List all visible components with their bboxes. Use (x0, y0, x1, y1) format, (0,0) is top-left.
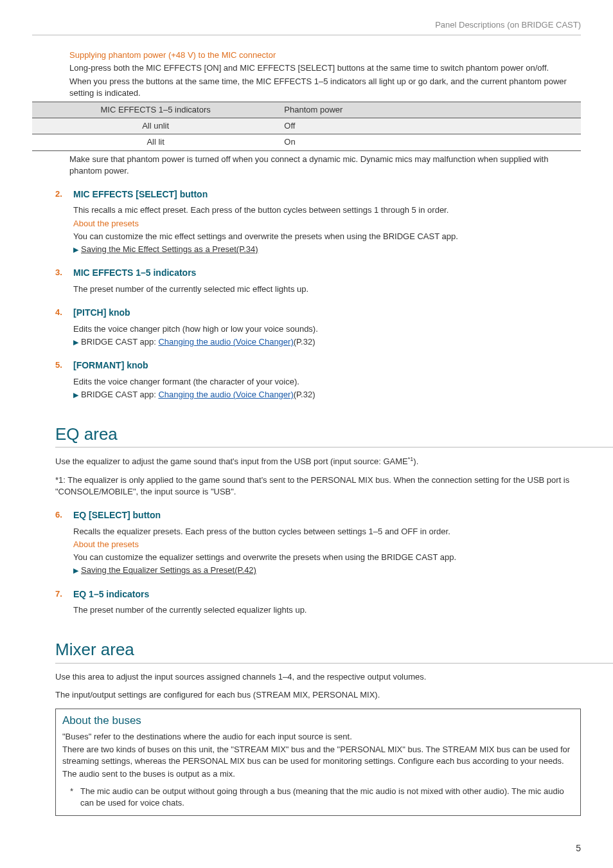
phantom-p1: Long-press both the MIC EFFECTS [ON] and… (69, 62, 581, 74)
phantom-th2: Phantom power (279, 102, 581, 118)
phantom-th1: MIC EFFECTS 1–5 indicators (32, 102, 279, 118)
item-6-p1: Recalls the equalizer presets. Each pres… (73, 526, 581, 538)
item-num: 4. (55, 307, 73, 320)
buses-note-text: The mic audio can be output without goin… (80, 786, 574, 809)
phantom-note: Make sure that phantom power is turned o… (69, 154, 581, 177)
arrow-icon: ▶ (73, 391, 78, 399)
item-5: 5. [FORMANT] knob (55, 359, 581, 372)
item-6-link-row: ▶Saving the Equalizer Settings as a Pres… (73, 565, 581, 576)
item-2-p1: This recalls a mic effect preset. Each p… (73, 204, 581, 216)
item-2: 2. MIC EFFECTS [SELECT] button (55, 188, 581, 201)
item-5-link-row: ▶BRIDGE CAST app: Changing the audio (Vo… (73, 389, 581, 401)
buses-p2: There are two kinds of buses on this uni… (62, 744, 574, 767)
eq-p1a: Use the equalizer to adjust the game sou… (55, 457, 408, 467)
item-4-p1: Edits the voice changer pitch (how high … (73, 323, 581, 335)
saving-eq-preset-link[interactable]: Saving the Equalizer Settings as a Prese… (81, 565, 256, 575)
page-header: Panel Descriptions (on BRIDGE CAST) (32, 19, 581, 35)
item-5-post: (P.32) (294, 390, 315, 399)
about-presets: About the presets (73, 218, 581, 230)
arrow-icon: ▶ (73, 566, 78, 574)
table-row: All unlit Off (32, 118, 581, 134)
item-num: 3. (55, 267, 73, 280)
item-3-p1: The preset number of the currently selec… (73, 284, 581, 295)
item-num: 6. (55, 509, 73, 522)
voice-changer-link[interactable]: Changing the audio (Voice Changer) (158, 390, 293, 399)
eq-p1b: ). (413, 457, 418, 467)
mixer-p1: Use this area to adjust the input source… (55, 671, 581, 683)
item-title: MIC EFFECTS [SELECT] button (73, 188, 208, 201)
voice-changer-link[interactable]: Changing the audio (Voice Changer) (158, 337, 293, 347)
item-title: EQ 1–5 indicators (73, 588, 149, 601)
item-7: 7. EQ 1–5 indicators (55, 588, 581, 601)
item-2-link-row: ▶Saving the Mic Effect Settings as a Pre… (73, 244, 581, 255)
item-title: [PITCH] knob (73, 307, 130, 320)
phantom-r1c1: All unlit (32, 118, 279, 134)
mixer-area-heading: Mixer area (55, 638, 613, 663)
item-5-pre: BRIDGE CAST app: (81, 390, 158, 399)
item-4-post: (P.32) (294, 337, 315, 347)
about-presets: About the presets (73, 539, 581, 550)
phantom-heading: Supplying phantom power (+48 V) to the M… (69, 50, 581, 61)
arrow-icon: ▶ (73, 338, 78, 346)
item-title: MIC EFFECTS 1–5 indicators (73, 267, 196, 280)
item-4-body: Edits the voice changer pitch (how high … (73, 323, 581, 348)
eq-p2: *1: The equalizer is only applied to the… (55, 475, 581, 498)
item-4-pre: BRIDGE CAST app: (81, 337, 158, 347)
buses-note: * The mic audio can be output without go… (70, 786, 574, 809)
item-num: 5. (55, 359, 73, 372)
item-2-p2: You can customize the mic effect setting… (73, 231, 581, 242)
buses-p1: "Buses" refer to the destinations where … (62, 731, 574, 743)
arrow-icon: ▶ (73, 246, 78, 253)
item-7-body: The preset number of the currently selec… (73, 604, 581, 616)
phantom-table: MIC EFFECTS 1–5 indicators Phantom power… (32, 102, 581, 151)
item-6: 6. EQ [SELECT] button (55, 509, 581, 522)
mixer-p2: The input/output settings are configured… (55, 689, 581, 701)
item-5-body: Edits the voice changer formant (the cha… (73, 376, 581, 401)
table-row: All lit On (32, 134, 581, 150)
item-2-body: This recalls a mic effect preset. Each p… (73, 204, 581, 255)
item-3-body: The preset number of the currently selec… (73, 284, 581, 295)
phantom-r2c1: All lit (32, 134, 279, 150)
item-title: [FORMANT] knob (73, 359, 148, 372)
item-4-link-row: ▶BRIDGE CAST app: Changing the audio (Vo… (73, 336, 581, 348)
breadcrumb: Panel Descriptions (on BRIDGE CAST) (435, 20, 581, 30)
item-6-body: Recalls the equalizer presets. Each pres… (73, 526, 581, 577)
item-title: EQ [SELECT] button (73, 509, 161, 522)
phantom-r2c2: On (279, 134, 581, 150)
item-num: 7. (55, 588, 73, 601)
item-num: 2. (55, 188, 73, 201)
buses-p3: The audio sent to the buses is output as… (62, 768, 574, 780)
eq-area-heading: EQ area (55, 422, 613, 448)
phantom-r1c2: Off (279, 118, 581, 134)
about-buses-box: About the buses "Buses" refer to the des… (55, 709, 581, 816)
phantom-section: Supplying phantom power (+48 V) to the M… (69, 50, 581, 99)
item-7-p1: The preset number of the currently selec… (73, 604, 581, 616)
item-6-p2: You can customize the equalizer settings… (73, 552, 581, 563)
item-5-p1: Edits the voice changer formant (the cha… (73, 376, 581, 388)
asterisk: * (70, 786, 80, 809)
item-3: 3. MIC EFFECTS 1–5 indicators (55, 267, 581, 280)
phantom-p2: When you press the buttons at the same t… (69, 76, 581, 99)
saving-mic-preset-link[interactable]: Saving the Mic Effect Settings as a Pres… (81, 244, 258, 254)
page-number: 5 (576, 842, 581, 855)
item-4: 4. [PITCH] knob (55, 307, 581, 320)
eq-p1: Use the equalizer to adjust the game sou… (55, 455, 581, 468)
about-buses-heading: About the buses (62, 713, 574, 728)
